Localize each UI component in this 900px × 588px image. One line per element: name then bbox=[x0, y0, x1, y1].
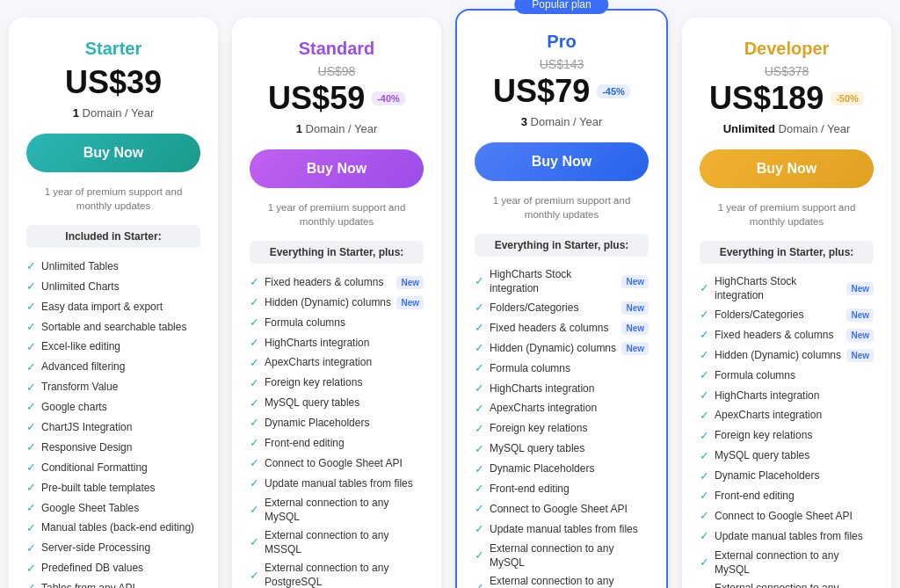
check-icon: ✓ bbox=[475, 581, 484, 588]
feature-text: Folders/Categories bbox=[715, 309, 803, 323]
feature-item: ✓ Foreign key relations bbox=[700, 426, 874, 446]
feature-item: ✓ External connection to any MySQL bbox=[700, 547, 874, 579]
domain-info-starter: 1 Domain / Year bbox=[26, 106, 200, 120]
feature-text: Responsive Design bbox=[41, 441, 132, 455]
feature-item: ✓ Fixed headers & columns New bbox=[700, 325, 874, 345]
feature-text: Advanced filtering bbox=[41, 360, 125, 374]
feature-item: ✓ Fixed headers & columns New bbox=[250, 272, 424, 293]
features-header-pro: Everything in Starter, plus: bbox=[475, 234, 649, 257]
feature-text: External connection to any MSSQL bbox=[715, 582, 874, 588]
check-icon: ✓ bbox=[700, 429, 709, 444]
check-icon: ✓ bbox=[475, 502, 484, 517]
check-icon: ✓ bbox=[475, 361, 484, 376]
plan-card-standard: StandardUS$98 US$59-40%1 Domain / YearBu… bbox=[232, 18, 441, 588]
check-icon: ✓ bbox=[26, 300, 36, 315]
feature-text: MySQL query tables bbox=[265, 396, 359, 410]
check-icon: ✓ bbox=[700, 348, 709, 363]
feature-item: ✓ Update manual tables from files bbox=[700, 526, 874, 547]
feature-item: ✓ External connection to any MSSQL bbox=[475, 572, 649, 588]
feature-item: ✓ Google charts bbox=[26, 397, 200, 417]
check-icon: ✓ bbox=[700, 308, 709, 323]
check-icon: ✓ bbox=[250, 396, 259, 411]
feature-text: Dynamic Placeholders bbox=[265, 417, 369, 431]
check-icon: ✓ bbox=[26, 521, 36, 536]
feature-text: Hidden (Dynamic) columns bbox=[265, 296, 391, 310]
check-icon: ✓ bbox=[700, 555, 709, 570]
support-text-developer: 1 year of premium support and monthly up… bbox=[700, 200, 874, 229]
features-header-standard: Everything in Starter, plus: bbox=[250, 241, 424, 264]
price-standard: US$59 bbox=[268, 80, 365, 117]
feature-list-starter: ✓ Unlimited Tables ✓ Unlimited Charts ✓ … bbox=[26, 257, 200, 588]
feature-item: ✓ Update manual tables from files bbox=[250, 474, 424, 494]
pricing-container: Starter US$391 Domain / YearBuy Now1 yea… bbox=[9, 18, 891, 588]
feature-text: Manual tables (back-end editing) bbox=[41, 521, 194, 535]
feature-item: ✓ HighCharts integration bbox=[475, 379, 649, 399]
feature-item: ✓ Fixed headers & columns New bbox=[475, 318, 649, 338]
price-developer: US$189 bbox=[709, 80, 824, 117]
feature-text: HighCharts integration bbox=[490, 382, 594, 396]
check-icon: ✓ bbox=[26, 541, 36, 556]
feature-item: ✓ External connection to any MSSQL bbox=[700, 579, 874, 588]
check-icon: ✓ bbox=[26, 320, 36, 335]
domain-info-pro: 3 Domain / Year bbox=[475, 115, 649, 128]
check-icon: ✓ bbox=[700, 449, 709, 464]
popular-badge: Popular plan bbox=[514, 0, 608, 14]
check-icon: ✓ bbox=[475, 402, 484, 417]
feature-text: Hidden (Dynamic) columns bbox=[715, 349, 841, 363]
price-row-standard: US$59-40% bbox=[250, 80, 424, 117]
feature-item: ✓ Formula columns bbox=[250, 313, 424, 333]
check-icon: ✓ bbox=[26, 461, 36, 475]
feature-item: ✓ External connection to any MySQL bbox=[250, 494, 424, 526]
price-row-developer: US$189-50% bbox=[700, 80, 874, 117]
feature-item: ✓ ChartJS Integration bbox=[26, 417, 200, 438]
feature-text: External connection to any PostgreSQL bbox=[265, 562, 424, 588]
buy-btn-starter[interactable]: Buy Now bbox=[26, 134, 200, 172]
features-header-starter: Included in Starter: bbox=[26, 225, 200, 248]
feature-item: ✓ Server-side Processing bbox=[26, 539, 200, 559]
feature-item: ✓ Dynamic Placeholders bbox=[700, 467, 874, 487]
check-icon: ✓ bbox=[700, 409, 709, 424]
feature-text: HighCharts integration bbox=[265, 337, 369, 351]
feature-text: HighCharts integration bbox=[715, 389, 819, 403]
check-icon: ✓ bbox=[700, 368, 709, 383]
feature-text: Pre-built table templates bbox=[41, 482, 155, 496]
check-icon: ✓ bbox=[700, 469, 709, 484]
feature-text: Formula columns bbox=[715, 369, 795, 383]
check-icon: ✓ bbox=[700, 509, 709, 524]
buy-btn-standard[interactable]: Buy Now bbox=[250, 149, 424, 188]
check-icon: ✓ bbox=[26, 259, 36, 274]
feature-text: HighCharts Stock integration bbox=[490, 268, 616, 295]
check-icon: ✓ bbox=[250, 275, 259, 290]
feature-item: ✓ Connect to Google Sheet API bbox=[700, 506, 874, 526]
check-icon: ✓ bbox=[475, 341, 484, 356]
plan-card-developer: DeveloperUS$378 US$189-50%Unlimited Doma… bbox=[682, 18, 891, 588]
check-icon: ✓ bbox=[26, 400, 36, 415]
feature-text: ApexCharts integration bbox=[490, 402, 597, 416]
new-badge: New bbox=[621, 275, 649, 288]
feature-text: External connection to any MySQL bbox=[715, 549, 874, 577]
feature-text: Foreign key relations bbox=[715, 429, 812, 443]
plan-name-pro: Pro bbox=[475, 32, 649, 52]
feature-text: Formula columns bbox=[265, 316, 345, 330]
feature-text: Dynamic Placeholders bbox=[490, 462, 594, 476]
feature-item: ✓ External connection to any MSSQL bbox=[250, 526, 424, 559]
check-icon: ✓ bbox=[250, 456, 259, 471]
feature-item: ✓ Manual tables (back-end editing) bbox=[26, 519, 200, 539]
check-icon: ✓ bbox=[250, 476, 259, 491]
old-price-standard: US$98 bbox=[250, 64, 424, 78]
buy-btn-developer[interactable]: Buy Now bbox=[700, 149, 874, 188]
feature-item: ✓ Front-end editing bbox=[250, 433, 424, 454]
check-icon: ✓ bbox=[250, 569, 259, 584]
feature-list-standard: ✓ Fixed headers & columns New ✓ Hidden (… bbox=[250, 272, 424, 588]
check-icon: ✓ bbox=[250, 336, 259, 351]
feature-item: ✓ MySQL query tables bbox=[700, 446, 874, 467]
feature-item: ✓ ApexCharts integration bbox=[250, 353, 424, 374]
feature-text: Connect to Google Sheet API bbox=[265, 457, 403, 471]
buy-btn-pro[interactable]: Buy Now bbox=[475, 142, 649, 181]
feature-text: Server-side Processing bbox=[41, 541, 150, 555]
feature-text: Connect to Google Sheet API bbox=[490, 503, 628, 517]
check-icon: ✓ bbox=[475, 301, 484, 316]
feature-item: ✓ Excel-like editing bbox=[26, 338, 200, 358]
feature-item: ✓ Google Sheet Tables bbox=[26, 498, 200, 519]
new-badge: New bbox=[846, 349, 874, 362]
